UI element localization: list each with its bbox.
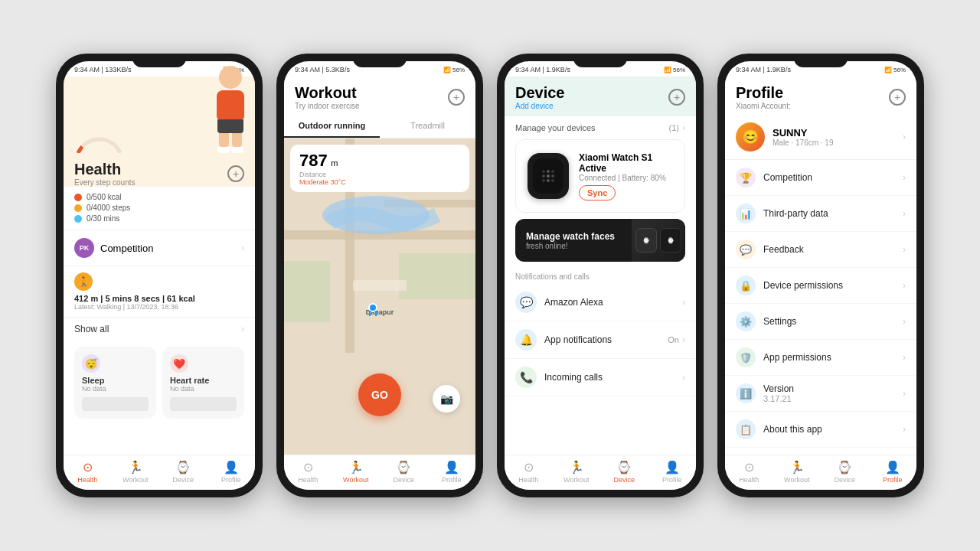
workout-header: Workout Try indoor exercise + (284, 77, 475, 115)
competition-chevron: › (241, 243, 244, 253)
device-item-calls[interactable]: 📞 Incoming calls › (505, 359, 696, 396)
notifications-icon: 🔔 (515, 329, 537, 350)
phone-device: 9:34 AM | 1.9KB/s 📶 56% Device Add devic… (497, 54, 704, 497)
tab-profile-2[interactable]: 👤 Profile (428, 460, 476, 484)
workout-tabs: Outdoor running Treadmill (284, 115, 475, 139)
watch-face-text: Manage watch faces fresh online! (515, 222, 626, 259)
device-tab-label-3: Device (613, 476, 635, 484)
health-tab-icon-3: ⊙ (524, 460, 534, 474)
menu-device-permissions[interactable]: 🔒 Device permissions › (725, 268, 916, 304)
device-status: Connected | Battery: 80% (579, 174, 675, 182)
device-tab-label-4: Device (834, 476, 855, 484)
watch-face-preview: ⌚ ⌚ (632, 219, 685, 262)
profile-tab-icon-3: 👤 (665, 460, 680, 474)
health-tab-label-3: Health (518, 476, 538, 484)
sleep-card[interactable]: 😴 Sleep No data (74, 347, 156, 419)
tab-bar-4: ⊙ Health 🏃 Workout ⌚ Device 👤 Profile (725, 455, 916, 490)
tab-workout-2[interactable]: 🏃 Workout (332, 460, 381, 484)
watch-image (525, 149, 571, 203)
workout-tab-label-2: Workout (343, 476, 368, 484)
show-all-row[interactable]: Show all › (64, 317, 255, 341)
notch-4 (794, 54, 848, 67)
watch-face-card[interactable]: Manage watch faces fresh online! ⌚ ⌚ (515, 219, 685, 262)
pk-text: PK (80, 244, 90, 252)
heart-rate-title: Heart rate (170, 376, 237, 385)
tab-device-3[interactable]: ⌚ Device (600, 460, 648, 484)
about-app-icon: 📋 (736, 419, 756, 439)
map-arrows: ⬆⬆ (367, 309, 379, 318)
menu-app-permissions[interactable]: 🛡️ App permissions › (725, 340, 916, 376)
svg-rect-6 (399, 253, 475, 299)
device-card[interactable]: Xiaomi Watch S1 Active Connected | Batte… (515, 139, 685, 213)
tab-health-3[interactable]: ⊙ Health (505, 460, 553, 484)
tab-workout-3[interactable]: 🏃 Workout (553, 460, 601, 484)
phone-health: 9:34 AM | 133KB/s 📶 56% (56, 54, 263, 497)
menu-competition[interactable]: 🏆 Competition › (725, 160, 916, 196)
profile-title: Profile (736, 84, 791, 102)
svg-rect-7 (353, 280, 407, 291)
tab-profile-3[interactable]: 👤 Profile (648, 460, 697, 484)
menu-settings[interactable]: ⚙️ Settings › (725, 304, 916, 340)
heart-rate-icon: ❤️ (170, 354, 188, 373)
activity-icon: 🚶 (74, 272, 93, 291)
map-section: 787 m Distance Moderate 30°C Danapur ⬆⬆ … (284, 139, 475, 455)
profile-sub: Male · 176cm · 19 (773, 139, 833, 147)
profile-tab-icon-4: 👤 (885, 460, 900, 474)
distance-unit: m (331, 158, 338, 168)
calls-chevron: › (682, 372, 685, 383)
tab-health-4[interactable]: ⊙ Health (725, 460, 773, 484)
health-tab-label-4: Health (739, 476, 759, 484)
menu-version[interactable]: ℹ️ Version 3.17.21 › (725, 376, 916, 412)
app-permissions-label: App permissions (763, 352, 831, 363)
sleep-icon: 😴 (82, 354, 100, 373)
mins-dot (74, 215, 82, 223)
feedback-icon: 💬 (736, 240, 756, 259)
workout-title: Workout (295, 84, 360, 102)
watch-face-sub: fresh online! (526, 242, 615, 250)
tab-workout-1[interactable]: 🏃 Workout (112, 460, 160, 484)
tab-device-2[interactable]: ⌚ Device (380, 460, 428, 484)
heart-rate-card[interactable]: ❤️ Heart rate No data (162, 347, 244, 419)
tab-bar-3: ⊙ Health 🏃 Workout ⌚ Device 👤 Profile (505, 455, 696, 490)
notch-3 (573, 54, 627, 67)
sleep-title: Sleep (82, 376, 149, 385)
menu-third-party[interactable]: 📊 Third-party data › (725, 196, 916, 232)
go-button[interactable]: GO (358, 373, 401, 416)
sync-button[interactable]: Sync (579, 185, 616, 201)
profile-user-row[interactable]: 😊 SUNNY Male · 176cm · 19 › (725, 115, 916, 160)
camera-button[interactable]: 📷 (433, 385, 460, 412)
menu-feedback[interactable]: 💬 Feedback › (725, 232, 916, 268)
health-tab-icon-4: ⊙ (744, 460, 754, 474)
workout-tab-label-4: Workout (784, 476, 809, 484)
tab-device-1[interactable]: ⌚ Device (159, 460, 207, 484)
tab-health-1[interactable]: ⊙ Health (64, 460, 112, 484)
add-button-1[interactable]: + (227, 165, 244, 182)
device-tab-label-2: Device (393, 476, 414, 484)
device-item-notifications[interactable]: 🔔 App notifications On › (505, 321, 696, 359)
notifications-label: App notifications (544, 334, 612, 345)
tab-treadmill[interactable]: Treadmill (380, 115, 475, 138)
menu-about-app[interactable]: 📋 About this app › (725, 412, 916, 448)
add-button-4[interactable]: + (889, 89, 906, 106)
health-title: Health (74, 161, 135, 178)
tab-profile-1[interactable]: 👤 Profile (207, 460, 256, 484)
tab-workout-4[interactable]: 🏃 Workout (773, 460, 822, 484)
workout-tab-icon-2: 🏃 (348, 460, 364, 474)
tab-outdoor[interactable]: Outdoor running (284, 115, 380, 138)
tab-profile-4[interactable]: 👤 Profile (869, 460, 917, 484)
steps-dot (74, 204, 82, 212)
add-button-3[interactable]: + (668, 89, 685, 106)
competition-icon: 🏆 (736, 168, 756, 187)
calories-value: 0/500 kcal (87, 193, 122, 201)
tab-health-2[interactable]: ⊙ Health (284, 460, 332, 484)
competition-row[interactable]: PK Competition › (64, 230, 255, 266)
tab-device-4[interactable]: ⌚ Device (821, 460, 869, 484)
device-item-alexa[interactable]: 💬 Amazon Alexa › (505, 284, 696, 321)
add-button-2[interactable]: + (448, 89, 465, 106)
device-tab-icon-4: ⌚ (837, 460, 852, 474)
stat-steps: 0/4000 steps (74, 204, 244, 212)
device-tab-icon-3: ⌚ (616, 460, 632, 474)
watch-screen-display (542, 170, 554, 182)
mins-value: 0/30 mins (87, 214, 119, 223)
svg-rect-5 (284, 261, 330, 322)
